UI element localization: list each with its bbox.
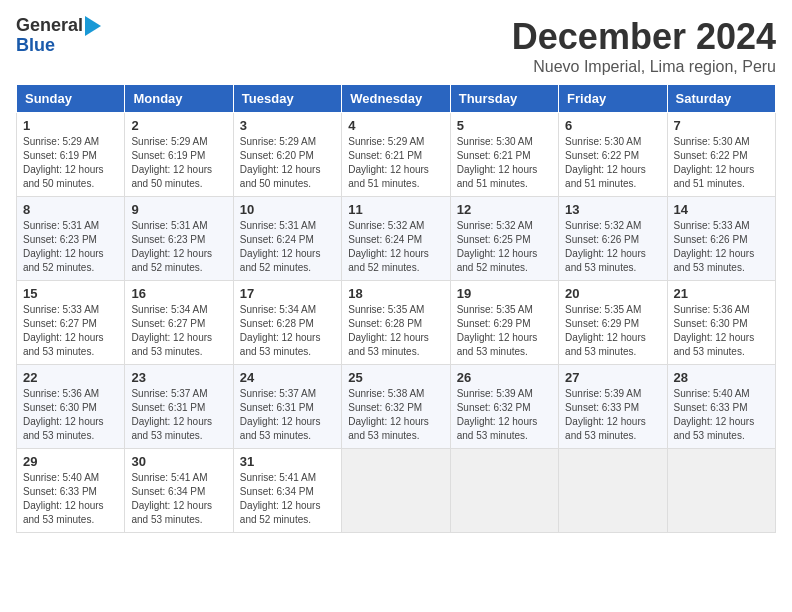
day-number: 4	[348, 118, 443, 133]
day-info: Sunrise: 5:32 AMSunset: 6:26 PMDaylight:…	[565, 220, 646, 273]
calendar-cell: 2 Sunrise: 5:29 AMSunset: 6:19 PMDayligh…	[125, 113, 233, 197]
col-thursday: Thursday	[450, 85, 558, 113]
day-info: Sunrise: 5:32 AMSunset: 6:24 PMDaylight:…	[348, 220, 429, 273]
day-info: Sunrise: 5:41 AMSunset: 6:34 PMDaylight:…	[131, 472, 212, 525]
day-info: Sunrise: 5:36 AMSunset: 6:30 PMDaylight:…	[23, 388, 104, 441]
day-info: Sunrise: 5:35 AMSunset: 6:29 PMDaylight:…	[565, 304, 646, 357]
calendar-cell: 25 Sunrise: 5:38 AMSunset: 6:32 PMDaylig…	[342, 365, 450, 449]
title-area: December 2024 Nuevo Imperial, Lima regio…	[512, 16, 776, 76]
calendar-cell	[342, 449, 450, 533]
day-info: Sunrise: 5:34 AMSunset: 6:27 PMDaylight:…	[131, 304, 212, 357]
col-wednesday: Wednesday	[342, 85, 450, 113]
day-number: 2	[131, 118, 226, 133]
calendar-cell: 14 Sunrise: 5:33 AMSunset: 6:26 PMDaylig…	[667, 197, 775, 281]
calendar-cell: 10 Sunrise: 5:31 AMSunset: 6:24 PMDaylig…	[233, 197, 341, 281]
day-number: 7	[674, 118, 769, 133]
day-number: 29	[23, 454, 118, 469]
day-info: Sunrise: 5:33 AMSunset: 6:27 PMDaylight:…	[23, 304, 104, 357]
day-number: 30	[131, 454, 226, 469]
day-info: Sunrise: 5:34 AMSunset: 6:28 PMDaylight:…	[240, 304, 321, 357]
day-number: 13	[565, 202, 660, 217]
day-number: 5	[457, 118, 552, 133]
day-number: 21	[674, 286, 769, 301]
day-number: 6	[565, 118, 660, 133]
calendar-cell: 9 Sunrise: 5:31 AMSunset: 6:23 PMDayligh…	[125, 197, 233, 281]
day-number: 28	[674, 370, 769, 385]
day-number: 17	[240, 286, 335, 301]
day-number: 24	[240, 370, 335, 385]
day-info: Sunrise: 5:33 AMSunset: 6:26 PMDaylight:…	[674, 220, 755, 273]
calendar-cell: 26 Sunrise: 5:39 AMSunset: 6:32 PMDaylig…	[450, 365, 558, 449]
calendar-cell: 13 Sunrise: 5:32 AMSunset: 6:26 PMDaylig…	[559, 197, 667, 281]
day-number: 8	[23, 202, 118, 217]
logo: General Blue	[16, 16, 101, 56]
page-title: December 2024	[512, 16, 776, 58]
calendar-cell: 6 Sunrise: 5:30 AMSunset: 6:22 PMDayligh…	[559, 113, 667, 197]
calendar-header-row: Sunday Monday Tuesday Wednesday Thursday…	[17, 85, 776, 113]
day-number: 18	[348, 286, 443, 301]
calendar-cell: 17 Sunrise: 5:34 AMSunset: 6:28 PMDaylig…	[233, 281, 341, 365]
calendar-cell: 31 Sunrise: 5:41 AMSunset: 6:34 PMDaylig…	[233, 449, 341, 533]
day-info: Sunrise: 5:39 AMSunset: 6:33 PMDaylight:…	[565, 388, 646, 441]
calendar-cell: 1 Sunrise: 5:29 AMSunset: 6:19 PMDayligh…	[17, 113, 125, 197]
day-number: 16	[131, 286, 226, 301]
calendar-cell	[559, 449, 667, 533]
day-number: 25	[348, 370, 443, 385]
day-number: 14	[674, 202, 769, 217]
week-row-2: 8 Sunrise: 5:31 AMSunset: 6:23 PMDayligh…	[17, 197, 776, 281]
day-number: 23	[131, 370, 226, 385]
calendar-cell: 27 Sunrise: 5:39 AMSunset: 6:33 PMDaylig…	[559, 365, 667, 449]
day-info: Sunrise: 5:40 AMSunset: 6:33 PMDaylight:…	[23, 472, 104, 525]
day-info: Sunrise: 5:29 AMSunset: 6:19 PMDaylight:…	[131, 136, 212, 189]
calendar-cell: 15 Sunrise: 5:33 AMSunset: 6:27 PMDaylig…	[17, 281, 125, 365]
day-number: 15	[23, 286, 118, 301]
day-info: Sunrise: 5:38 AMSunset: 6:32 PMDaylight:…	[348, 388, 429, 441]
day-number: 10	[240, 202, 335, 217]
day-info: Sunrise: 5:36 AMSunset: 6:30 PMDaylight:…	[674, 304, 755, 357]
calendar-cell: 30 Sunrise: 5:41 AMSunset: 6:34 PMDaylig…	[125, 449, 233, 533]
day-info: Sunrise: 5:35 AMSunset: 6:29 PMDaylight:…	[457, 304, 538, 357]
day-number: 1	[23, 118, 118, 133]
day-info: Sunrise: 5:39 AMSunset: 6:32 PMDaylight:…	[457, 388, 538, 441]
col-monday: Monday	[125, 85, 233, 113]
calendar-cell	[667, 449, 775, 533]
day-info: Sunrise: 5:31 AMSunset: 6:23 PMDaylight:…	[131, 220, 212, 273]
day-number: 26	[457, 370, 552, 385]
calendar-cell: 11 Sunrise: 5:32 AMSunset: 6:24 PMDaylig…	[342, 197, 450, 281]
calendar-cell: 23 Sunrise: 5:37 AMSunset: 6:31 PMDaylig…	[125, 365, 233, 449]
week-row-5: 29 Sunrise: 5:40 AMSunset: 6:33 PMDaylig…	[17, 449, 776, 533]
day-info: Sunrise: 5:31 AMSunset: 6:23 PMDaylight:…	[23, 220, 104, 273]
day-info: Sunrise: 5:41 AMSunset: 6:34 PMDaylight:…	[240, 472, 321, 525]
logo-blue: Blue	[16, 36, 55, 56]
day-info: Sunrise: 5:40 AMSunset: 6:33 PMDaylight:…	[674, 388, 755, 441]
calendar-cell: 3 Sunrise: 5:29 AMSunset: 6:20 PMDayligh…	[233, 113, 341, 197]
day-number: 9	[131, 202, 226, 217]
week-row-3: 15 Sunrise: 5:33 AMSunset: 6:27 PMDaylig…	[17, 281, 776, 365]
calendar-cell: 7 Sunrise: 5:30 AMSunset: 6:22 PMDayligh…	[667, 113, 775, 197]
week-row-4: 22 Sunrise: 5:36 AMSunset: 6:30 PMDaylig…	[17, 365, 776, 449]
day-info: Sunrise: 5:29 AMSunset: 6:19 PMDaylight:…	[23, 136, 104, 189]
day-number: 12	[457, 202, 552, 217]
col-tuesday: Tuesday	[233, 85, 341, 113]
calendar-cell: 21 Sunrise: 5:36 AMSunset: 6:30 PMDaylig…	[667, 281, 775, 365]
calendar-cell	[450, 449, 558, 533]
calendar-cell: 18 Sunrise: 5:35 AMSunset: 6:28 PMDaylig…	[342, 281, 450, 365]
col-saturday: Saturday	[667, 85, 775, 113]
col-friday: Friday	[559, 85, 667, 113]
day-number: 20	[565, 286, 660, 301]
day-info: Sunrise: 5:29 AMSunset: 6:21 PMDaylight:…	[348, 136, 429, 189]
day-number: 31	[240, 454, 335, 469]
day-info: Sunrise: 5:30 AMSunset: 6:22 PMDaylight:…	[565, 136, 646, 189]
page-subtitle: Nuevo Imperial, Lima region, Peru	[512, 58, 776, 76]
day-info: Sunrise: 5:30 AMSunset: 6:21 PMDaylight:…	[457, 136, 538, 189]
week-row-1: 1 Sunrise: 5:29 AMSunset: 6:19 PMDayligh…	[17, 113, 776, 197]
header: General Blue December 2024 Nuevo Imperia…	[16, 16, 776, 76]
day-info: Sunrise: 5:31 AMSunset: 6:24 PMDaylight:…	[240, 220, 321, 273]
calendar-cell: 29 Sunrise: 5:40 AMSunset: 6:33 PMDaylig…	[17, 449, 125, 533]
calendar-cell: 22 Sunrise: 5:36 AMSunset: 6:30 PMDaylig…	[17, 365, 125, 449]
calendar-cell: 19 Sunrise: 5:35 AMSunset: 6:29 PMDaylig…	[450, 281, 558, 365]
calendar-cell: 12 Sunrise: 5:32 AMSunset: 6:25 PMDaylig…	[450, 197, 558, 281]
calendar-cell: 28 Sunrise: 5:40 AMSunset: 6:33 PMDaylig…	[667, 365, 775, 449]
day-info: Sunrise: 5:30 AMSunset: 6:22 PMDaylight:…	[674, 136, 755, 189]
logo-arrow-icon	[85, 16, 101, 36]
